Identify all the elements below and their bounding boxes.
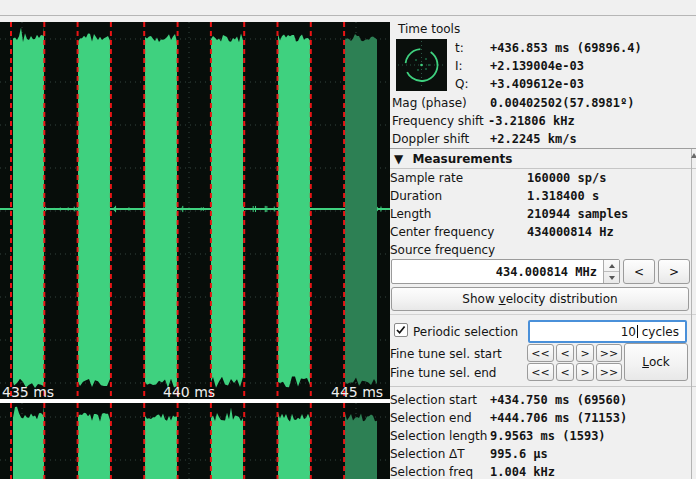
spin-down-icon	[609, 276, 615, 280]
time-axis-label: 445 ms	[331, 384, 383, 399]
time-axis-label: 440 ms	[163, 384, 215, 399]
periodic-cycles-value: 10	[621, 325, 636, 339]
collapse-arrow-icon[interactable]: ▼	[394, 152, 403, 166]
waveform-area: 435 ms440 ms445 ms	[0, 22, 390, 479]
fine-tune-end-label: Fine tune sel. end	[390, 365, 496, 381]
fine-tune-start-right-button[interactable]: >	[576, 344, 594, 362]
selection-delta-t-label: Selection ΔT	[390, 446, 465, 462]
next-button[interactable]: >	[658, 259, 690, 284]
top-divider	[0, 15, 696, 16]
length-label: Length	[390, 206, 431, 222]
constellation-icon	[396, 39, 447, 91]
q-label: Q:	[455, 76, 469, 92]
spinner-buttons	[603, 260, 619, 283]
i-label: I:	[455, 58, 463, 74]
waveform-background	[0, 403, 390, 479]
selection-length-value: 9.9563 ms (1593)	[490, 428, 606, 444]
signal-pulse	[211, 27, 243, 388]
fine-tune-start-label: Fine tune sel. start	[390, 346, 502, 362]
signal-pulse-unselected	[345, 27, 377, 386]
mag-phase-label: Mag (phase)	[392, 95, 467, 111]
checkmark-icon	[395, 324, 407, 336]
fine-tune-start-big-left-button[interactable]: <<	[527, 344, 554, 362]
q-value: +3.409612e-03	[490, 76, 584, 92]
waveform-panel-1[interactable]: 435 ms440 ms445 ms	[0, 22, 390, 399]
spin-up-button[interactable]	[604, 260, 619, 272]
fine-tune-start-left-button[interactable]: <	[556, 344, 574, 362]
sample-rate-label: Sample rate	[390, 170, 463, 186]
selection-length-label: Selection length	[390, 428, 487, 444]
duration-label: Duration	[390, 188, 442, 204]
selection-start-value: +434.750 ms (69560)	[490, 392, 627, 408]
frequency-shift-label: Frequency shift	[392, 113, 484, 129]
lock-button[interactable]: Lock	[624, 343, 688, 381]
signal-pulse	[78, 27, 110, 387]
signal-pulse	[145, 27, 177, 388]
fine-tune-end-right-button[interactable]: >	[576, 363, 594, 381]
measurements-header[interactable]: ▼ Measurements	[394, 151, 512, 167]
mag-phase-value: 0.00402502(57.8981º)	[490, 95, 635, 111]
spin-up-icon	[609, 264, 615, 268]
section-divider	[390, 148, 696, 149]
frequency-spinbox-value[interactable]: 434.000814 MHz	[496, 264, 597, 280]
periodic-selection-label: Periodic selection	[413, 324, 518, 340]
frequency-shift-value: -3.21806 kHz	[488, 113, 575, 129]
scrollbar-up-icon[interactable]	[691, 153, 696, 158]
show-velocity-distribution-button[interactable]: Show velocity distribution	[391, 287, 689, 311]
fine-tune-end-big-left-button[interactable]: <<	[527, 363, 554, 381]
selection-start-label: Selection start	[390, 392, 477, 408]
section-divider	[390, 386, 696, 387]
duration-value: 1.318400 s	[527, 188, 599, 204]
periodic-selection-checkbox[interactable]	[394, 323, 408, 337]
spin-down-button[interactable]	[604, 272, 619, 283]
periodic-cycles-input[interactable]: 10 cycles	[528, 320, 687, 343]
app-window: 435 ms440 ms445 ms Time tools t: +436.85…	[0, 0, 696, 479]
center-frequency-label: Center frequency	[390, 224, 494, 240]
signal-pulse-unselected	[345, 406, 377, 479]
signal-pulse	[78, 406, 110, 479]
doppler-shift-value: +2.2245 km/s	[490, 131, 577, 147]
prev-button[interactable]: <	[623, 259, 655, 284]
selection-end-value: +444.706 ms (71153)	[490, 410, 627, 426]
source-frequency-label: Source frequency	[390, 242, 495, 258]
length-value: 210944 samples	[527, 206, 628, 222]
selection-freq-label: Selection freq	[390, 464, 473, 479]
selection-freq-value: 1.004 kHz	[490, 464, 555, 479]
selection-end-label: Selection end	[390, 410, 472, 426]
waveform-panel-2[interactable]	[0, 403, 390, 479]
sample-rate-value: 160000 sp/s	[527, 170, 606, 186]
section-divider	[390, 314, 696, 315]
section-divider	[390, 168, 696, 169]
signal-pulse	[278, 27, 310, 387]
t-value: +436.853 ms (69896.4)	[490, 40, 642, 56]
signal-pulse	[13, 27, 44, 388]
time-tools-title: Time tools	[398, 21, 460, 37]
fine-tune-end-left-button[interactable]: <	[556, 363, 574, 381]
t-label: t:	[455, 40, 464, 56]
time-axis-label: 435 ms	[2, 384, 54, 399]
frequency-spinbox[interactable]: 434.000814 MHz	[391, 259, 620, 284]
center-frequency-value: 434000814 Hz	[527, 224, 614, 240]
doppler-shift-label: Doppler shift	[392, 131, 469, 147]
periodic-cycles-suffix: cycles	[638, 325, 679, 339]
i-value: +2.139004e-03	[490, 58, 584, 74]
selection-delta-t-value: 995.6 µs	[490, 446, 548, 462]
fine-tune-end-big-right-button[interactable]: >>	[596, 363, 622, 381]
scrollbar-track[interactable]	[691, 149, 692, 479]
fine-tune-start-big-right-button[interactable]: >>	[596, 344, 622, 362]
